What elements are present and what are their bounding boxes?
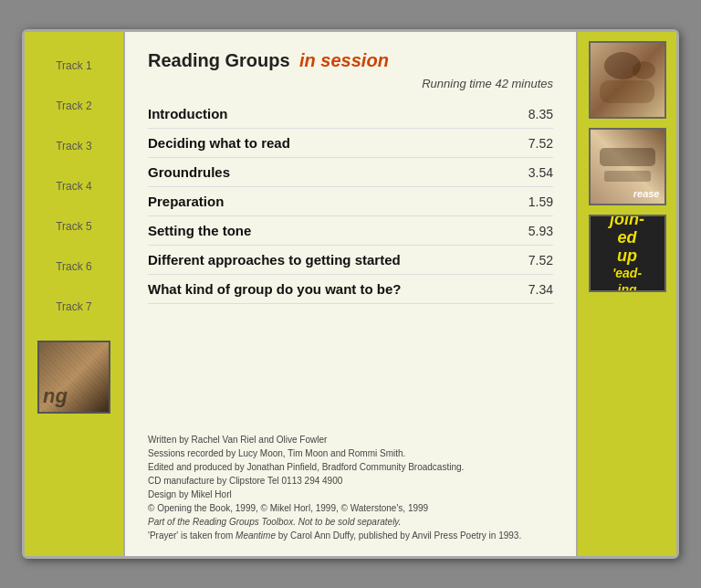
track-item-3: Groundrules 3.54 xyxy=(148,158,553,187)
track-title-2: Deciding what to read xyxy=(148,135,290,151)
cd-case: Track 1 Track 2 Track 3 Track 4 Track 5 … xyxy=(22,29,679,559)
track-duration-3: 3.54 xyxy=(528,165,553,180)
credit-line-3: Edited and produced by Jonathan Pinfield… xyxy=(148,460,553,474)
joined-text-3: up xyxy=(617,247,637,264)
credit-line-2: Sessions recorded by Lucy Moon, Tim Moon… xyxy=(148,446,553,460)
track-label-1: Track 1 xyxy=(56,59,92,72)
joined-text-4: 'ead- xyxy=(612,266,642,280)
credit-line-6: © Opening the Book, 1999, © Mikel Horl, … xyxy=(148,501,553,515)
track-title-7: What kind of group do you want to be? xyxy=(148,281,401,297)
credit-line-8: 'Prayer' is taken from Meantime by Carol… xyxy=(148,529,553,542)
joined-text-2: ed xyxy=(617,229,636,246)
track-duration-1: 8.35 xyxy=(528,107,553,121)
joined-text-1: join- xyxy=(610,215,644,227)
track-duration-6: 7.52 xyxy=(528,253,553,268)
main-content: Reading Groups in session Running time 4… xyxy=(125,32,576,556)
right-strip: rease join- ed up 'ead- ing xyxy=(576,32,676,556)
right-image-1 xyxy=(589,41,666,119)
track-item-4: Preparation 1.59 xyxy=(148,187,553,216)
track-duration-5: 5.93 xyxy=(528,224,553,238)
track-label-5: Track 5 xyxy=(56,220,92,233)
credit-line-4: CD manufacture by Clipstore Tel 0113 294… xyxy=(148,474,553,488)
credit-line-1: Written by Rachel Van Riel and Olive Fow… xyxy=(148,433,553,446)
track-title-5: Setting the tone xyxy=(148,223,251,238)
running-time: Running time 42 minutes xyxy=(148,77,553,90)
joined-text-5: ing xyxy=(618,282,637,293)
track-item-1: Introduction 8.35 xyxy=(148,100,553,129)
track-item-7: What kind of group do you want to be? 7.… xyxy=(148,275,553,304)
track-duration-7: 7.34 xyxy=(528,282,553,297)
track-label-7: Track 7 xyxy=(56,300,92,313)
track-title-3: Groundrules xyxy=(148,164,230,180)
track-title-6: Different approaches to getting started xyxy=(148,252,401,268)
right-image-3: join- ed up 'ead- ing xyxy=(589,215,666,292)
track-duration-2: 7.52 xyxy=(528,136,553,151)
left-strip: Track 1 Track 2 Track 3 Track 4 Track 5 … xyxy=(25,32,125,556)
credit-line-7: Part of the Reading Groups Toolbox. Not … xyxy=(148,515,553,529)
main-title: Reading Groups xyxy=(148,50,290,70)
track-duration-4: 1.59 xyxy=(528,194,553,209)
track-item-2: Deciding what to read 7.52 xyxy=(148,129,553,158)
left-bottom-image: ng xyxy=(37,341,110,414)
title-row: Reading Groups in session xyxy=(148,50,553,71)
credit-line-5: Design by Mikel Horl xyxy=(148,488,553,501)
track-label-3: Track 3 xyxy=(56,140,92,152)
credits: Written by Rachel Van Riel and Olive Fow… xyxy=(148,433,553,542)
track-label-6: Track 6 xyxy=(56,260,92,273)
track-label-2: Track 2 xyxy=(56,100,92,112)
track-title-1: Introduction xyxy=(148,106,227,121)
sub-title: in session xyxy=(299,50,389,70)
overlay-text-rease: rease xyxy=(633,188,660,199)
track-item-6: Different approaches to getting started … xyxy=(148,246,553,275)
track-label-4: Track 4 xyxy=(56,180,92,193)
right-image-2: rease xyxy=(589,128,666,205)
track-title-4: Preparation xyxy=(148,194,224,209)
track-item-5: Setting the tone 5.93 xyxy=(148,216,553,246)
track-list: Introduction 8.35 Deciding what to read … xyxy=(148,100,553,424)
